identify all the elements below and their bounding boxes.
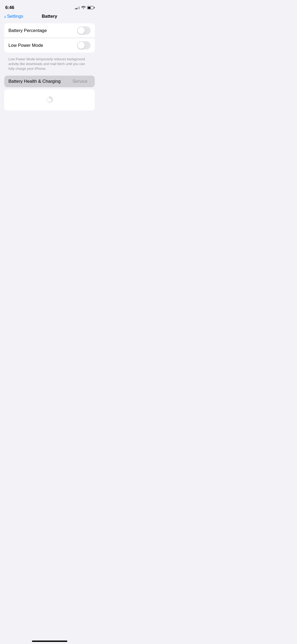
- battery-percentage-toggle[interactable]: [77, 26, 91, 35]
- toggles-card: Battery Percentage Low Power Mode: [4, 23, 95, 53]
- loading-spinner: [46, 96, 53, 104]
- battery-health-label: Battery Health & Charging: [8, 79, 61, 84]
- chevron-right-icon: ›: [89, 79, 91, 84]
- toggle-knob-2: [78, 42, 85, 49]
- battery-percentage-row[interactable]: Battery Percentage: [4, 23, 95, 38]
- battery-percentage-label: Battery Percentage: [8, 28, 47, 33]
- low-power-mode-label: Low Power Mode: [8, 43, 43, 48]
- battery-health-card[interactable]: Battery Health & Charging Service ›: [4, 76, 95, 87]
- signal-icon: [75, 6, 80, 9]
- low-power-mode-toggle[interactable]: [77, 41, 91, 49]
- battery-status-icon: [87, 6, 94, 9]
- back-button[interactable]: ‹ Settings: [4, 14, 23, 19]
- status-icons: [75, 6, 94, 10]
- loading-card: [4, 89, 95, 111]
- status-time: 6:46: [5, 5, 14, 10]
- low-power-mode-row[interactable]: Low Power Mode: [4, 38, 95, 53]
- battery-health-right: Service ›: [73, 79, 91, 84]
- status-bar: 6:46: [0, 0, 99, 12]
- back-chevron-icon: ‹: [4, 14, 6, 19]
- low-power-description: Low Power Mode temporarily reduces backg…: [4, 55, 95, 76]
- page-title: Battery: [42, 14, 57, 19]
- content: Battery Percentage Low Power Mode Low Po…: [0, 23, 99, 111]
- battery-health-value: Service: [73, 79, 88, 84]
- nav-bar: ‹ Settings Battery: [0, 12, 99, 23]
- toggle-knob: [78, 27, 85, 34]
- back-label: Settings: [7, 14, 23, 19]
- wifi-icon: [81, 6, 86, 10]
- battery-health-row[interactable]: Battery Health & Charging Service ›: [4, 76, 95, 87]
